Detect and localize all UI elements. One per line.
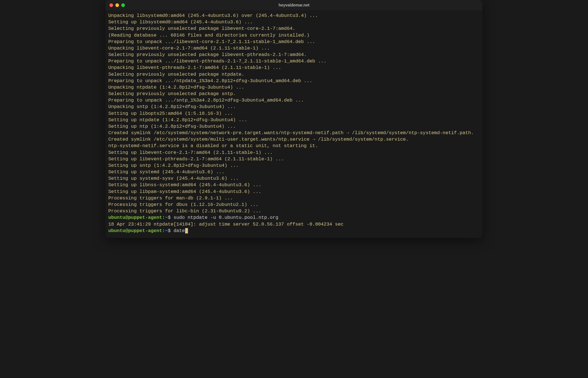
prompt-user-host: ubuntu@puppet-agent <box>108 215 162 220</box>
output-line: Unpacking ntpdate (1:4.2.8p12+dfsg-3ubun… <box>108 84 480 91</box>
output-line: Selecting previously unselected package … <box>108 71 480 78</box>
prompt-path: ~ <box>165 215 168 220</box>
prompt-sep: : <box>162 228 165 233</box>
output-line: Setting up libevent-pthreads-2.1-7:amd64… <box>108 156 480 162</box>
output-line: Processing triggers for dbus (1.12.16-2u… <box>108 201 480 208</box>
prompt-dollar: $ <box>168 215 174 220</box>
output-line: Processing triggers for man-db (2.9.1-1)… <box>108 195 480 201</box>
output-line: (Reading database ... 60146 files and di… <box>108 32 480 39</box>
output-line: Created symlink /etc/systemd/system/mult… <box>108 136 480 143</box>
window-title: heyvaldemar.net <box>106 3 482 7</box>
prompt-path: ~ <box>165 228 168 233</box>
output-line: Created symlink /etc/systemd/system/netw… <box>108 130 480 136</box>
prompt-user-host: ubuntu@puppet-agent <box>108 228 162 233</box>
output-line: ntp-systemd-netif.service is a disabled … <box>108 143 480 149</box>
output-line: Unpacking libevent-pthreads-2.1-7:amd64 … <box>108 64 480 71</box>
output-line: Preparing to unpack .../sntp_1%3a4.2.8p1… <box>108 97 480 104</box>
output-line: Unpacking libsystemd0:amd64 (245.4-4ubun… <box>108 12 480 19</box>
command-text: sudo ntpdate -u 0.ubuntu.pool.ntp.org <box>174 215 279 220</box>
minimize-icon[interactable] <box>115 3 119 7</box>
prompt-sep: : <box>162 215 165 220</box>
prompt-line: ubuntu@puppet-agent:~$ sudo ntpdate -u 0… <box>108 214 480 221</box>
output-line: Processing triggers for libc-bin (2.31-0… <box>108 208 480 214</box>
titlebar: heyvaldemar.net <box>106 0 482 10</box>
output-line: Setting up systemd-sysv (245.4-4ubuntu3.… <box>108 175 480 182</box>
command-text: date <box>174 228 185 233</box>
output-line: Setting up libopts25:amd64 (1:5.18.16-3)… <box>108 110 480 117</box>
output-line: Setting up sntp (1:4.2.8p12+dfsg-3ubuntu… <box>108 162 480 169</box>
maximize-icon[interactable] <box>121 3 125 7</box>
output-line: Preparing to unpack .../libevent-core-2.… <box>108 39 480 45</box>
terminal-output[interactable]: Unpacking libsystemd0:amd64 (245.4-4ubun… <box>106 10 482 238</box>
output-line: Setting up libsystemd0:amd64 (245.4-4ubu… <box>108 19 480 25</box>
output-line: Setting up systemd (245.4-4ubuntu3.6) ..… <box>108 169 480 175</box>
output-line: Preparing to unpack .../libevent-pthread… <box>108 58 480 64</box>
output-line: Unpacking libevent-core-2.1-7:amd64 (2.1… <box>108 45 480 51</box>
output-line: Preparing to unpack .../ntpdate_1%3a4.2.… <box>108 78 480 84</box>
output-line: Selecting previously unselected package … <box>108 51 480 58</box>
output-line: Unpacking sntp (1:4.2.8p12+dfsg-3ubuntu4… <box>108 104 480 110</box>
output-line: Setting up libnss-systemd:amd64 (245.4-4… <box>108 182 480 188</box>
output-line: Setting up libevent-core-2.1-7:amd64 (2.… <box>108 149 480 156</box>
output-line: Setting up ntpdate (1:4.2.8p12+dfsg-3ubu… <box>108 117 480 123</box>
traffic-lights <box>109 3 125 7</box>
cursor <box>185 228 188 233</box>
terminal-window: heyvaldemar.net Unpacking libsystemd0:am… <box>106 0 482 238</box>
output-line: Selecting previously unselected package … <box>108 91 480 97</box>
output-line: 18 Apr 23:41:29 ntpdate[14104]: adjust t… <box>108 221 480 228</box>
prompt-dollar: $ <box>168 228 174 233</box>
prompt-line: ubuntu@puppet-agent:~$ date <box>108 228 480 234</box>
output-line: Setting up libpam-systemd:amd64 (245.4-4… <box>108 188 480 195</box>
output-line: Setting up ntp (1:4.2.8p12+dfsg-3ubuntu4… <box>108 123 480 130</box>
output-line: Selecting previously unselected package … <box>108 25 480 32</box>
close-icon[interactable] <box>109 3 113 7</box>
